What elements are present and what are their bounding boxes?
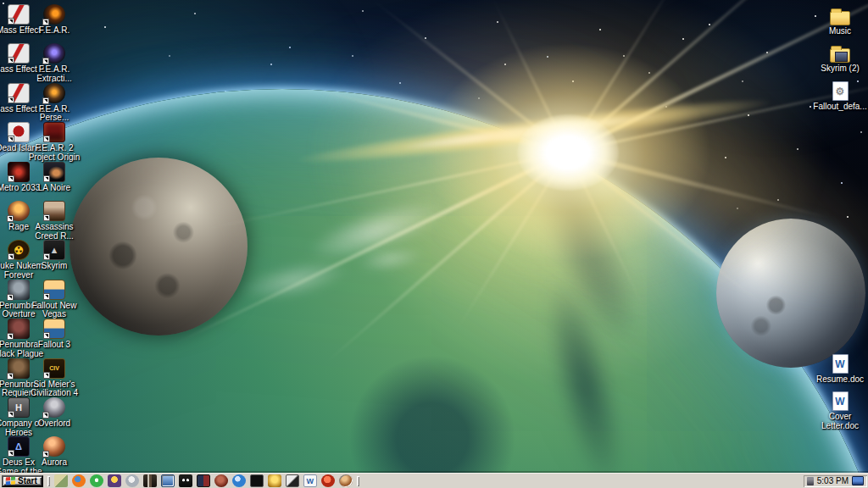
desktop-icon-label: Assassins Creed R... bbox=[27, 223, 81, 241]
desktop-icon-label: Overlord bbox=[27, 419, 81, 429]
taskbar-clock[interactable]: 5:03 PM bbox=[817, 476, 849, 485]
desktop-icon-aurora[interactable]: Aurora bbox=[27, 436, 81, 468]
terminal-quicklaunch[interactable] bbox=[250, 474, 264, 487]
vault-icon bbox=[43, 319, 65, 339]
fear3p-icon bbox=[43, 83, 65, 103]
rocket-launcher-quicklaunch[interactable] bbox=[143, 474, 157, 487]
desktop-icon-label: Aurora bbox=[27, 458, 81, 468]
network-icon[interactable] bbox=[852, 476, 864, 485]
desktop-icon-label: Skyrim bbox=[27, 262, 81, 271]
desktop-icon-f-e-a-r-perse[interactable]: F.E.A.R. Perse... bbox=[27, 83, 81, 123]
folder-icon bbox=[830, 11, 850, 25]
desktop-icon-label: Resume.doc bbox=[813, 375, 867, 385]
desktop-icon-resume-doc[interactable]: WResume.doc bbox=[813, 354, 867, 385]
desktop-icon-skyrim[interactable]: ▲Skyrim bbox=[27, 240, 81, 271]
config-icon: ⚙ bbox=[832, 81, 849, 101]
gold-app-quicklaunch[interactable] bbox=[268, 474, 281, 487]
desktop-icon-label: Skyrim (2) bbox=[813, 64, 867, 74]
desktop-icon-layer: Mass EffectMass Effect 2Mass Effect 3Dea… bbox=[0, 0, 868, 473]
desktop[interactable]: Mass EffectMass Effect 2Mass Effect 3Dea… bbox=[0, 0, 868, 488]
desktop-icon-f-e-a-r-2-project-origin[interactable]: F.E.A.R. 2 Project Origin bbox=[27, 122, 81, 162]
quicklaunch-grip[interactable] bbox=[47, 476, 50, 486]
desktop-icon-label: F.E.A.R. Extracti... bbox=[27, 65, 81, 83]
blue-globe-quicklaunch[interactable] bbox=[232, 474, 246, 487]
desktop-icon-cover-letter-doc[interactable]: WCover Letter.doc bbox=[813, 391, 867, 430]
shortcut-arrow-icon bbox=[43, 175, 50, 182]
desktop-icon-skyrim-2[interactable]: Skyrim (2) bbox=[813, 44, 867, 74]
acrev-icon bbox=[43, 201, 65, 221]
desktop-icon-sid-meier-s-civilization-4[interactable]: CIVSid Meier's Civilization 4 bbox=[27, 358, 81, 398]
taskbar[interactable]: Start W 5:03 PM bbox=[0, 473, 868, 488]
shortcut-arrow-icon bbox=[43, 332, 50, 339]
desktop-icon-assassins-creed-r[interactable]: Assassins Creed R... bbox=[27, 201, 81, 241]
desktop-icon-overlord[interactable]: Overlord bbox=[27, 397, 81, 429]
spider-app-quicklaunch[interactable] bbox=[179, 474, 192, 487]
vault-icon bbox=[43, 280, 65, 300]
checker-app-quicklaunch[interactable] bbox=[197, 474, 210, 487]
desktop-icon-fallout-defa[interactable]: ⚙Fallout_defa... bbox=[813, 81, 867, 112]
icon-glyph: W bbox=[833, 392, 848, 410]
shortcut-arrow-icon bbox=[8, 136, 14, 142]
blue-app-quicklaunch[interactable] bbox=[161, 474, 175, 487]
fear1-icon bbox=[43, 4, 65, 25]
word-icon: W bbox=[832, 391, 849, 411]
shortcut-arrow-icon bbox=[8, 97, 14, 103]
shortcut-arrow-icon bbox=[8, 411, 14, 418]
maroon-app-quicklaunch[interactable] bbox=[214, 474, 228, 487]
overlord-icon bbox=[43, 397, 65, 418]
shortcut-arrow-icon bbox=[42, 412, 49, 419]
fear2p-icon bbox=[43, 43, 65, 64]
shortcut-arrow-icon bbox=[43, 214, 50, 221]
civ4-icon: CIV bbox=[43, 358, 65, 379]
shortcut-arrow-icon bbox=[43, 372, 50, 379]
desktop-icon-label: Fallout_defa... bbox=[813, 103, 867, 112]
firefox-quicklaunch[interactable] bbox=[72, 474, 86, 487]
desktop-icon-label: F.E.A.R. Perse... bbox=[27, 105, 81, 123]
shortcut-arrow-icon bbox=[7, 333, 14, 340]
fear2o-icon bbox=[43, 122, 65, 142]
desktop-icon-label: Music bbox=[813, 27, 867, 36]
shortcut-arrow-icon bbox=[7, 373, 14, 380]
shortcut-arrow-icon bbox=[7, 294, 14, 301]
shortcut-arrow-icon bbox=[43, 136, 50, 142]
shortcut-arrow-icon bbox=[42, 451, 49, 458]
green-messenger-quicklaunch[interactable] bbox=[90, 474, 103, 487]
quicklaunch-grip[interactable] bbox=[357, 476, 359, 486]
start-button-label: Start bbox=[18, 476, 37, 485]
lanoire-icon bbox=[43, 162, 65, 182]
shortcut-arrow-icon bbox=[8, 450, 14, 457]
desktop-icon-fallout-3[interactable]: Fallout 3 bbox=[27, 319, 81, 350]
desktop-icon-music[interactable]: Music bbox=[813, 7, 867, 36]
steam-quicklaunch[interactable] bbox=[125, 474, 139, 487]
desktop-icon-f-e-a-r[interactable]: F.E.A.R. bbox=[27, 4, 81, 36]
desktop-icon-label: Cover Letter.doc bbox=[813, 413, 867, 430]
shortcut-arrow-icon bbox=[7, 215, 14, 222]
word-icon: W bbox=[832, 354, 849, 374]
tray-status-icon[interactable] bbox=[807, 477, 814, 485]
desktop-icon-label: Sid Meier's Civilization 4 bbox=[27, 380, 81, 398]
shortcut-arrow-icon bbox=[42, 19, 49, 25]
desktop-icon-la-noire[interactable]: LA Noire bbox=[27, 162, 81, 193]
desktop-icon-label: Fallout New Vegas bbox=[27, 302, 81, 319]
shortcut-arrow-icon bbox=[8, 175, 14, 182]
shortcut-arrow-icon bbox=[42, 58, 49, 64]
system-tray[interactable]: 5:03 PM bbox=[804, 475, 867, 487]
photo-editor-quicklaunch[interactable] bbox=[286, 474, 299, 487]
desktop-icon-fallout-new-vegas[interactable]: Fallout New Vegas bbox=[27, 280, 81, 319]
windows-flag-icon bbox=[6, 476, 15, 485]
show-desktop-quicklaunch[interactable] bbox=[54, 474, 68, 487]
desktop-icon-label: Fallout 3 bbox=[27, 341, 81, 350]
icon-glyph: ⚙ bbox=[833, 82, 848, 100]
media-player-quicklaunch[interactable] bbox=[108, 474, 121, 487]
shortcut-arrow-icon bbox=[43, 293, 50, 300]
desktop-icon-f-e-a-r-extracti[interactable]: F.E.A.R. Extracti... bbox=[27, 43, 81, 83]
quick-launch-bar: W bbox=[53, 474, 354, 487]
red-bird-quicklaunch[interactable] bbox=[321, 474, 335, 487]
folder2-icon bbox=[830, 48, 850, 63]
start-button[interactable]: Start bbox=[2, 475, 43, 487]
shortcut-arrow-icon bbox=[43, 253, 50, 260]
aurora-icon bbox=[43, 436, 65, 457]
planet-app-quicklaunch[interactable] bbox=[339, 474, 353, 487]
shortcut-arrow-icon bbox=[8, 18, 14, 25]
word-quicklaunch[interactable]: W bbox=[303, 474, 317, 487]
